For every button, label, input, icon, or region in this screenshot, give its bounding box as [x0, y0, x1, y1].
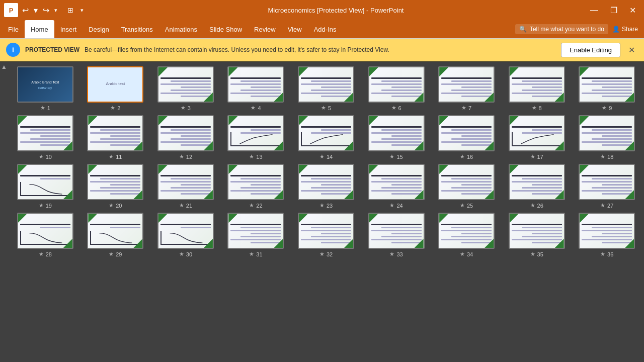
- slide-thumbnail[interactable]: [17, 115, 73, 151]
- slide-thumbnail[interactable]: [227, 164, 284, 200]
- slide-thumbnail[interactable]: [438, 164, 495, 200]
- slide-item[interactable]: ★ 32: [294, 213, 358, 257]
- presentation-icon[interactable]: ⊞: [65, 5, 75, 15]
- slide-thumbnail[interactable]: [509, 213, 565, 249]
- slide-item[interactable]: ★ 33: [364, 213, 429, 257]
- undo-button[interactable]: ↩: [20, 5, 31, 16]
- slide-item[interactable]: Arabic text ★ 2: [84, 66, 148, 111]
- slide-item[interactable]: ★ 13: [224, 115, 288, 160]
- slide-item[interactable]: ★ 24: [364, 164, 429, 209]
- slide-item[interactable]: ★ 17: [505, 115, 569, 160]
- tab-view[interactable]: View: [282, 20, 308, 38]
- tab-transitions[interactable]: Transitions: [115, 20, 159, 38]
- slide-item[interactable]: ★ 35: [505, 213, 569, 257]
- slide-item[interactable]: ★ 7: [434, 66, 499, 111]
- slide-thumbnail[interactable]: [579, 66, 635, 103]
- slide-item[interactable]: ★ 21: [153, 164, 218, 209]
- slide-item[interactable]: ★ 8: [505, 66, 569, 111]
- slide-item[interactable]: ★ 14: [294, 115, 358, 160]
- slide-meta: ★ 29: [109, 251, 122, 257]
- slide-item[interactable]: ★ 23: [294, 164, 358, 209]
- slide-item[interactable]: ★ 34: [434, 213, 499, 257]
- tab-animations[interactable]: Animations: [159, 20, 203, 38]
- slide-thumbnail[interactable]: [157, 66, 214, 103]
- slide-item[interactable]: ★ 31: [224, 213, 288, 257]
- ribbon-search[interactable]: 🔍 Tell me what you want to do: [515, 24, 608, 34]
- slide-thumbnail[interactable]: [368, 66, 425, 103]
- slide-thumbnail[interactable]: [157, 213, 214, 249]
- slide-number: 8: [539, 105, 542, 111]
- slide-thumbnail[interactable]: [227, 66, 284, 103]
- tab-design[interactable]: Design: [83, 20, 115, 38]
- slides-container[interactable]: ★ 9 ★ 8: [8, 61, 644, 362]
- slide-item[interactable]: ★ 5: [294, 66, 358, 111]
- slide-item[interactable]: ★ 20: [84, 164, 148, 209]
- slide-item[interactable]: ★ 36: [575, 213, 639, 257]
- close-button[interactable]: ✕: [625, 5, 640, 16]
- slide-thumbnail[interactable]: [298, 164, 354, 200]
- slide-item[interactable]: ★ 16: [434, 115, 499, 160]
- enable-editing-button[interactable]: Enable Editing: [561, 43, 620, 57]
- slide-thumbnail[interactable]: [87, 213, 143, 249]
- slide-thumbnail[interactable]: [579, 213, 635, 249]
- slide-item[interactable]: ★ 28: [13, 213, 77, 257]
- share-button[interactable]: 👤 Share: [608, 24, 642, 34]
- slide-thumbnail[interactable]: [438, 115, 495, 151]
- slide-thumbnail[interactable]: [227, 213, 284, 249]
- slide-thumbnail[interactable]: [509, 164, 565, 200]
- slide-thumbnail[interactable]: [509, 66, 565, 103]
- maximize-button[interactable]: ❐: [606, 5, 621, 16]
- slide-item[interactable]: ★ 15: [364, 115, 429, 160]
- slide-thumbnail[interactable]: [87, 164, 143, 200]
- slide-item[interactable]: ★ 27: [575, 164, 639, 209]
- slide-thumbnail[interactable]: [368, 164, 425, 200]
- slide-item[interactable]: ★ 4: [224, 66, 288, 111]
- slide-item[interactable]: ★ 6: [364, 66, 429, 111]
- tab-slideshow[interactable]: Slide Show: [203, 20, 248, 38]
- slide-item[interactable]: ★ 19: [13, 164, 77, 209]
- slide-thumbnail[interactable]: Arabic Brand Text @PrtBank: [17, 66, 73, 103]
- slide-thumbnail[interactable]: [509, 115, 565, 151]
- slide-thumbnail[interactable]: [368, 115, 425, 151]
- slide-item[interactable]: ★ 22: [224, 164, 288, 209]
- quick-access-expand[interactable]: ▾: [52, 6, 59, 15]
- slide-item[interactable]: ★ 29: [84, 213, 148, 257]
- slide-thumbnail[interactable]: [17, 213, 73, 249]
- slide-thumbnail[interactable]: Arabic text: [87, 66, 143, 103]
- slide-thumbnail[interactable]: [438, 213, 495, 249]
- slide-thumbnail[interactable]: [579, 115, 635, 151]
- slide-item[interactable]: ★ 10: [13, 115, 77, 160]
- slide-thumbnail[interactable]: [368, 213, 425, 249]
- slide-number: 36: [607, 251, 613, 257]
- tab-insert[interactable]: Insert: [54, 20, 83, 38]
- close-protected-bar-button[interactable]: ✕: [625, 44, 638, 56]
- slide-item[interactable]: ★ 9: [575, 66, 639, 111]
- tools-arrow[interactable]: ▾: [78, 6, 86, 15]
- slide-item[interactable]: ★ 18: [575, 115, 639, 160]
- slide-thumbnail[interactable]: [157, 164, 214, 200]
- slide-thumbnail[interactable]: [17, 164, 73, 200]
- slide-thumbnail[interactable]: [227, 115, 284, 151]
- quick-access-arrow[interactable]: ▾: [32, 5, 40, 16]
- scroll-up-arrow[interactable]: ▲: [1, 63, 7, 70]
- slide-item[interactable]: ★ 11: [84, 115, 148, 160]
- slide-thumbnail[interactable]: [579, 164, 635, 200]
- slide-item[interactable]: Arabic Brand Text @PrtBank ★ 1: [13, 66, 77, 111]
- slide-item[interactable]: ★ 30: [153, 213, 218, 257]
- redo-button[interactable]: ↪: [41, 5, 51, 16]
- tab-file[interactable]: File: [2, 20, 25, 38]
- minimize-button[interactable]: —: [586, 5, 602, 16]
- slide-thumbnail[interactable]: [298, 213, 354, 249]
- slide-thumbnail[interactable]: [298, 66, 354, 103]
- tab-addins[interactable]: Add-Ins: [308, 20, 343, 38]
- slide-thumbnail[interactable]: [157, 115, 214, 151]
- tab-home[interactable]: Home: [25, 20, 54, 38]
- slide-item[interactable]: ★ 12: [153, 115, 218, 160]
- slide-thumbnail[interactable]: [87, 115, 143, 151]
- slide-item[interactable]: ★ 25: [434, 164, 499, 209]
- tab-review[interactable]: Review: [248, 20, 282, 38]
- slide-item[interactable]: ★ 26: [505, 164, 569, 209]
- slide-item[interactable]: ★ 3: [153, 66, 218, 111]
- slide-thumbnail[interactable]: [298, 115, 354, 151]
- slide-thumbnail[interactable]: [438, 66, 495, 103]
